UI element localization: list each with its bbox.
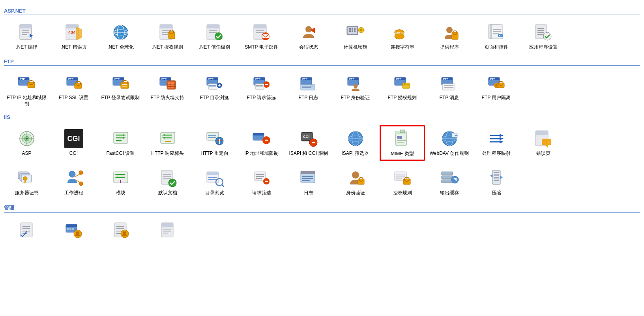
svg-line-224 (222, 185, 224, 187)
cgi-item[interactable]: CGI CGI (51, 125, 96, 161)
svg-rect-220 (207, 172, 219, 175)
ftp-ssl-item[interactable]: FTP FTP SSL 设置 (51, 70, 96, 110)
svg-rect-232 (301, 171, 315, 174)
output-cache-item[interactable]: 输出缓存 (427, 165, 472, 200)
default-doc-label: 默认文档 (158, 190, 177, 196)
modules-item[interactable]: 模块 (98, 165, 143, 200)
dir-browse-item[interactable]: 目录浏览 (192, 165, 237, 200)
cgi-icon: CGI (64, 128, 84, 149)
webdav-item[interactable]: DAV WebDAV 创作规则 (427, 125, 472, 161)
http-redir-item[interactable]: HTTP 重定向 (192, 125, 237, 161)
svg-rect-40 (349, 30, 351, 32)
svg-rect-247 (442, 180, 453, 183)
svg-rect-265 (66, 224, 77, 227)
net-auth-item[interactable]: .NET 授权规则 (145, 19, 190, 55)
svg-text:FTP: FTP (396, 78, 402, 81)
smtp-mail-item[interactable]: SMTP 电子邮件 (239, 19, 284, 55)
http-resp-item[interactable]: HTTP 响应标头 (145, 125, 190, 161)
app-settings-item[interactable]: 应用程序设置 (520, 19, 566, 55)
provider-label: 提供程序 (440, 44, 459, 51)
ftp-dir-item[interactable]: FTP FTP 目录浏览 (192, 70, 237, 110)
mime-type-item[interactable]: ♪♫ MIME 类型 (380, 125, 425, 161)
isapi-cgi-item[interactable]: CGI ISAPI 和 CGI 限制 (286, 125, 331, 161)
svg-marker-197 (542, 139, 551, 148)
ftp-firewall-item[interactable]: FTP FTP 防火墙支持 (145, 70, 190, 110)
svg-rect-96 (208, 84, 217, 89)
svg-text:DAV: DAV (453, 134, 457, 137)
net-trust-label: .NET 信任级别 (199, 44, 230, 51)
smtp-mail-icon (251, 22, 272, 43)
svg-text:FTP: FTP (490, 78, 496, 81)
fastcgi-item[interactable]: FastCGI 设置 (98, 125, 143, 161)
svg-point-67 (543, 32, 551, 40)
svg-rect-90 (171, 82, 174, 88)
svg-text:FTP: FTP (443, 78, 449, 81)
svg-point-206 (79, 171, 83, 175)
mgmt-1-item[interactable] (4, 216, 49, 252)
fastcgi-icon (110, 128, 131, 149)
net-compile-item[interactable]: .NET 编译 (4, 19, 49, 55)
session-item[interactable]: 会话状态 (286, 19, 331, 55)
mgmt-4-item[interactable] (145, 216, 190, 252)
ftp-filter-item[interactable]: FTP FTP 请求筛选 (239, 70, 284, 110)
svg-rect-41 (352, 30, 353, 32)
svg-point-44 (360, 29, 362, 31)
ftp-ip-label: FTP IP 地址和域限制 (6, 95, 47, 107)
svg-text:FTP: FTP (255, 78, 261, 81)
pages-ctrl-item[interactable]: 页面和控件 (474, 19, 519, 55)
http-resp-label: HTTP 响应标头 (151, 150, 183, 157)
ip-domain-label: IP 地址和域限制 (244, 150, 278, 157)
ftp-log-item[interactable]: FTP FTP 日志 (286, 70, 331, 110)
svg-text:!: ! (77, 32, 79, 36)
ftp-ip-item[interactable]: FTP FTP IP 地址和域限制 (4, 70, 49, 110)
net-global-icon (110, 22, 131, 43)
svg-point-218 (168, 179, 176, 187)
worker-item[interactable]: 工作进程 (51, 165, 96, 200)
svg-marker-192 (500, 137, 504, 140)
authz-item[interactable]: 授权规则 (380, 165, 425, 200)
machine-key-icon (345, 22, 366, 43)
isapi-filter-item[interactable]: ISAPI 筛选器 (333, 125, 378, 161)
ftp-auth2-item[interactable]: FTP FTP 身份验证 (333, 70, 378, 110)
authz-label: 授权规则 (393, 190, 412, 196)
asp-item[interactable]: ASP (4, 125, 49, 161)
management-label: 管理 (4, 204, 640, 213)
provider-item[interactable]: 提供程序 (427, 19, 472, 55)
error-page2-label: 错误页 (536, 150, 550, 157)
ftp-ip-icon: FTP (17, 73, 37, 93)
auth2-item[interactable]: 身份验证 (333, 165, 378, 200)
svg-rect-196 (535, 131, 548, 135)
svg-rect-28 (254, 24, 266, 28)
svg-rect-129 (442, 84, 455, 90)
svg-marker-258 (500, 176, 503, 179)
iis-row2-grid: 服务器证书 工作进程 (4, 165, 640, 200)
server-cert-item[interactable]: 服务器证书 (4, 165, 49, 200)
net-global-item[interactable]: .NET 全球化 (98, 19, 143, 55)
net-auth-icon (157, 22, 178, 43)
svg-rect-42 (354, 30, 356, 32)
svg-rect-245 (442, 172, 453, 175)
svg-point-51 (446, 27, 453, 33)
ftp-rules-item[interactable]: FTP FTP 授权规则 (380, 70, 425, 110)
ip-domain-item[interactable]: IP 地址和域限制 (239, 125, 284, 161)
handler-item[interactable]: 处理程序映射 (474, 125, 519, 161)
log-item[interactable]: 日志 (286, 165, 331, 200)
compress-item[interactable]: 压缩 (474, 165, 519, 200)
log-icon (298, 168, 319, 188)
machine-key-item[interactable]: 计算机密钥 (333, 19, 378, 55)
mgmt-2-item[interactable] (51, 216, 96, 252)
default-doc-item[interactable]: 默认文档 (145, 165, 190, 200)
default-doc-icon (157, 168, 178, 188)
svg-rect-38 (352, 28, 353, 30)
ftp-login-item[interactable]: FTP FTP 登录尝试限制 (98, 70, 143, 110)
error-page2-item[interactable]: ! 错误页 (520, 125, 566, 161)
conn-str-item[interactable]: ab 连接字符串 (380, 19, 425, 55)
req-filter-item[interactable]: 请求筛选 (239, 165, 284, 200)
net-error-label: .NET 错误页 (60, 44, 86, 51)
ftp-user-iso-item[interactable]: FTP FTP 用户隔离 (474, 70, 519, 110)
mgmt-3-item[interactable] (98, 216, 143, 252)
session-label: 会话状态 (299, 44, 318, 51)
net-error-item[interactable]: 404 ! .NET 错误页 (51, 19, 96, 55)
net-trust-item[interactable]: .NET 信任级别 (192, 19, 237, 55)
ftp-msg-item[interactable]: FTP FTP 消息 (427, 70, 472, 110)
